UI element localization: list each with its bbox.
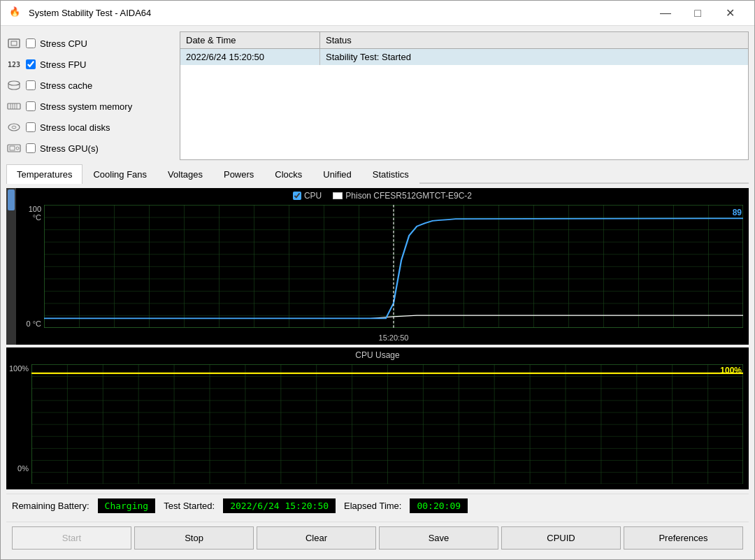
- tab-cooling-fans[interactable]: Cooling Fans: [82, 164, 157, 184]
- log-datetime-1: 2022/6/24 15:20:50: [180, 49, 320, 65]
- close-button[interactable]: ✕: [714, 2, 746, 24]
- test-started-label: Test Started:: [164, 501, 215, 511]
- stress-disks-item: Stress local disks: [6, 118, 174, 136]
- svg-rect-18: [31, 364, 743, 484]
- stress-fpu-item: 123 Stress FPU: [6, 55, 174, 73]
- tabs-section: Temperatures Cooling Fans Voltages Power…: [6, 164, 749, 184]
- scroll-thumb-temp[interactable]: [8, 189, 15, 210]
- svg-rect-3: [8, 103, 20, 109]
- stress-memory-label[interactable]: Stress system memory: [40, 101, 132, 112]
- tab-statistics[interactable]: Statistics: [362, 164, 419, 184]
- disk-icon: [6, 122, 22, 133]
- test-started-value: 2022/6/24 15:20:50: [223, 498, 336, 513]
- legend-cpu-checkbox[interactable]: [293, 192, 301, 200]
- temperature-chart: CPU Phison CFESR512GMTCT-E9C-2 100 °C 0 …: [6, 188, 749, 345]
- battery-value: Charging: [98, 498, 156, 513]
- window-title: System Stability Test - AIDA64: [29, 8, 649, 18]
- tab-powers[interactable]: Powers: [213, 164, 264, 184]
- log-status-1: Stability Test: Started: [320, 49, 748, 65]
- legend-drive-colorbox: [333, 192, 343, 199]
- temp-value-label: 89: [733, 208, 742, 217]
- cpu-y-max: 100%: [9, 364, 29, 373]
- tab-voltages[interactable]: Voltages: [157, 164, 213, 184]
- log-col1-header: Date & Time: [180, 32, 320, 48]
- preferences-button[interactable]: Preferences: [624, 526, 743, 550]
- tab-clocks[interactable]: Clocks: [264, 164, 312, 184]
- top-section: Stress CPU 123 Stress FPU Stress cache: [6, 31, 749, 160]
- stress-disks-checkbox[interactable]: [26, 122, 36, 132]
- tab-temperatures[interactable]: Temperatures: [6, 164, 82, 184]
- temp-chart-legend: CPU Phison CFESR512GMTCT-E9C-2: [16, 191, 749, 201]
- temp-chart-svg: [44, 205, 743, 328]
- elapsed-label: Elapsed Time:: [344, 501, 401, 511]
- gpu-icon: [6, 143, 22, 154]
- elapsed-value: 00:20:09: [410, 498, 468, 513]
- app-icon: 🔥: [9, 6, 23, 20]
- window-controls: — □ ✕: [649, 2, 746, 24]
- svg-point-8: [8, 124, 20, 131]
- svg-rect-11: [10, 146, 15, 150]
- cpu-value-label: 100%: [720, 366, 742, 375]
- cpu-chart-svg: [31, 364, 743, 484]
- log-panel: Date & Time Status 2022/6/24 15:20:50 St…: [180, 31, 749, 160]
- log-col2-header: Status: [320, 32, 748, 48]
- cpu-chart-svg-area: 100%: [31, 364, 743, 484]
- stress-gpu-label[interactable]: Stress GPU(s): [40, 143, 99, 154]
- temp-chart-svg-area: 89: [44, 205, 743, 328]
- stress-cache-checkbox[interactable]: [26, 80, 36, 90]
- log-header: Date & Time Status: [180, 32, 748, 49]
- log-row-1: 2022/6/24 15:20:50 Stability Test: Start…: [180, 49, 748, 65]
- tab-unified[interactable]: Unified: [312, 164, 361, 184]
- save-button[interactable]: Save: [379, 526, 498, 550]
- cache-icon: [6, 80, 22, 91]
- stress-cpu-item: Stress CPU: [6, 34, 174, 52]
- cpu-y-min: 0%: [9, 464, 29, 473]
- legend-drive-label: Phison CFESR512GMTCT-E9C-2: [345, 191, 472, 201]
- cpuid-button[interactable]: CPUID: [501, 526, 621, 550]
- title-bar: 🔥 System Stability Test - AIDA64 — □ ✕: [1, 1, 754, 26]
- stress-memory-checkbox[interactable]: [26, 101, 36, 111]
- cpu-y-labels: 100% 0%: [6, 364, 31, 473]
- svg-rect-1: [11, 41, 17, 45]
- svg-point-9: [12, 126, 16, 129]
- temp-y-labels: 100 °C 0 °C: [16, 205, 44, 328]
- legend-drive: Phison CFESR512GMTCT-E9C-2: [333, 191, 472, 201]
- battery-label: Remaining Battery:: [12, 501, 89, 511]
- legend-cpu: CPU: [293, 191, 322, 201]
- fpu-icon: 123: [6, 59, 22, 70]
- status-bar: Remaining Battery: Charging Test Started…: [6, 494, 749, 517]
- legend-cpu-label: CPU: [304, 191, 322, 201]
- stress-cpu-checkbox[interactable]: [26, 38, 36, 48]
- temp-x-label: 15:20:50: [379, 333, 409, 342]
- maximize-button[interactable]: □: [682, 2, 714, 24]
- svg-rect-0: [8, 39, 20, 48]
- stress-memory-item: Stress system memory: [6, 97, 174, 115]
- cpu-chart-title: CPU Usage: [6, 347, 749, 361]
- charts-section: CPU Phison CFESR512GMTCT-E9C-2 100 °C 0 …: [6, 188, 749, 489]
- svg-point-2: [8, 81, 20, 85]
- content-area: Stress CPU 123 Stress FPU Stress cache: [1, 26, 754, 559]
- memory-icon: [6, 101, 22, 112]
- stress-gpu-checkbox[interactable]: [26, 143, 36, 153]
- stress-cpu-label[interactable]: Stress CPU: [40, 38, 87, 49]
- temp-y-max: 100 °C: [19, 205, 41, 222]
- bottom-bar: Start Stop Clear Save CPUID Preferences: [6, 522, 749, 554]
- stress-disks-label[interactable]: Stress local disks: [40, 122, 110, 133]
- start-button[interactable]: Start: [12, 526, 131, 550]
- main-window: 🔥 System Stability Test - AIDA64 — □ ✕ S…: [0, 0, 755, 560]
- stress-cache-label[interactable]: Stress cache: [40, 80, 92, 91]
- tab-bar: Temperatures Cooling Fans Voltages Power…: [6, 164, 749, 184]
- stress-fpu-checkbox[interactable]: [26, 59, 36, 69]
- minimize-button[interactable]: —: [649, 2, 682, 24]
- stress-options-panel: Stress CPU 123 Stress FPU Stress cache: [6, 31, 174, 160]
- stress-cache-item: Stress cache: [6, 76, 174, 94]
- temp-y-min: 0 °C: [19, 320, 41, 328]
- temp-x-labels: 15:20:50: [44, 333, 743, 342]
- svg-point-12: [16, 147, 19, 150]
- cpu-usage-chart: CPU Usage 100% 0%: [6, 347, 749, 489]
- cpu-icon: [6, 38, 22, 49]
- stress-gpu-item: Stress GPU(s): [6, 139, 174, 157]
- clear-button[interactable]: Clear: [257, 526, 376, 550]
- stress-fpu-label[interactable]: Stress FPU: [40, 59, 86, 70]
- stop-button[interactable]: Stop: [134, 526, 254, 550]
